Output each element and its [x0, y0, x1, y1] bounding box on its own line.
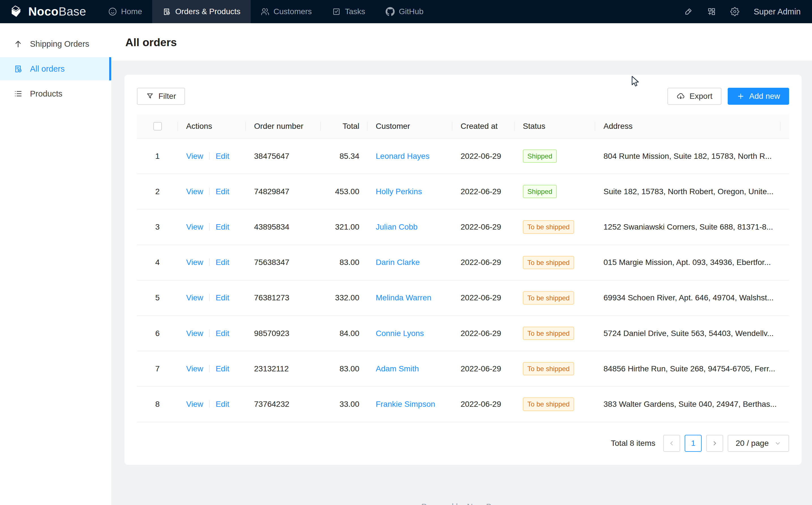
action-divider [209, 400, 210, 407]
sidebar-item-all-orders[interactable]: All orders [0, 57, 111, 80]
status-cell: To be shipped [515, 245, 595, 280]
actions-cell: ViewEdit [178, 174, 246, 209]
customer-link[interactable]: Connie Lyons [376, 329, 424, 338]
created-at-cell: 2022-06-29 [453, 209, 515, 244]
address-cell: 015 Margie Mission, Apt. 093, 34936, Ebe… [595, 245, 781, 280]
view-link[interactable]: View [186, 258, 203, 267]
status-badge: Shipped [523, 149, 557, 163]
ui-editor-highlighter-icon[interactable] [677, 7, 700, 16]
plugin-blocks-add-icon[interactable] [700, 7, 723, 16]
nav-item-customers[interactable]: Customers [251, 0, 322, 23]
edit-link[interactable]: Edit [216, 364, 229, 373]
edit-link[interactable]: Edit [216, 258, 229, 267]
status-cell: To be shipped [515, 316, 595, 351]
sidebar-item-shipping-orders[interactable]: Shipping Orders [0, 32, 111, 55]
funnel-icon [146, 92, 154, 100]
page-size-select[interactable]: 20 / page [728, 435, 789, 452]
filter-button[interactable]: Filter [137, 88, 185, 105]
status-badge: To be shipped [523, 220, 574, 233]
customer-link[interactable]: Leonard Hayes [376, 152, 430, 161]
edit-link[interactable]: Edit [216, 187, 229, 196]
action-divider [209, 223, 210, 230]
user-menu[interactable]: Super Admin [754, 7, 801, 16]
actions-cell: ViewEdit [178, 280, 246, 316]
total-cell: 85.34 [321, 138, 367, 174]
view-link[interactable]: View [186, 187, 203, 196]
edit-link[interactable]: Edit [216, 152, 229, 161]
customer-link[interactable]: Julian Cobb [376, 222, 418, 231]
nocobase-logo[interactable]: NocoBase [0, 0, 98, 23]
action-divider [209, 259, 210, 266]
action-divider [209, 152, 210, 160]
action-divider [209, 365, 210, 372]
page-header: All orders [111, 23, 812, 60]
customer-cell: Darin Clarke [367, 245, 453, 280]
edit-link[interactable]: Edit [216, 400, 229, 408]
view-link[interactable]: View [186, 400, 203, 408]
nav-item-label: GitHub [399, 7, 424, 16]
column-header-status: Status [515, 114, 595, 138]
pagination-prev-button[interactable] [663, 435, 680, 452]
nav-item-orders-products[interactable]: Orders & Products [152, 0, 250, 23]
row-index: 8 [137, 386, 178, 422]
arrow-up-icon [14, 39, 23, 48]
actions-cell: ViewEdit [178, 245, 246, 280]
sidebar-item-products[interactable]: Products [0, 82, 111, 105]
view-link[interactable]: View [186, 152, 203, 161]
nav-item-tasks[interactable]: Tasks [322, 0, 375, 23]
row-index: 4 [137, 245, 178, 280]
nav-item-github[interactable]: GitHub [375, 0, 434, 23]
action-divider [209, 294, 210, 301]
actions-cell: ViewEdit [178, 351, 246, 386]
status-cell: Shipped [515, 174, 595, 209]
customers-icon [261, 7, 269, 16]
actions-cell: ViewEdit [178, 138, 246, 174]
view-link[interactable]: View [186, 222, 203, 231]
nav-right: Super Admin [677, 0, 812, 23]
total-cell: 84.00 [321, 316, 367, 351]
status-badge: To be shipped [523, 362, 574, 375]
view-link[interactable]: View [186, 293, 203, 302]
spacer-cell [781, 138, 789, 174]
column-header-created-at: Created at [453, 114, 515, 138]
column-header-customer: Customer [367, 114, 453, 138]
spacer-cell [781, 245, 789, 280]
chevron-down-icon [774, 440, 781, 447]
order-number-cell: 23132112 [246, 351, 321, 386]
view-link[interactable]: View [186, 329, 203, 338]
customer-link[interactable]: Melinda Warren [376, 293, 432, 302]
add-new-button[interactable]: Add new [728, 88, 789, 105]
customer-link[interactable]: Darin Clarke [376, 258, 420, 267]
customer-link[interactable]: Frankie Simpson [376, 400, 435, 408]
edit-link[interactable]: Edit [216, 329, 229, 338]
created-at-cell: 2022-06-29 [453, 280, 515, 316]
order-number-cell: 38475647 [246, 138, 321, 174]
settings-gear-icon[interactable] [723, 7, 746, 16]
nav-item-home[interactable]: Home [98, 0, 153, 23]
table-row: 1ViewEdit3847564785.34Leonard Hayes2022-… [137, 138, 789, 174]
status-cell: To be shipped [515, 386, 595, 422]
edit-link[interactable]: Edit [216, 293, 229, 302]
customer-cell: Connie Lyons [367, 316, 453, 351]
view-link[interactable]: View [186, 364, 203, 373]
pagination-next-button[interactable] [706, 435, 723, 452]
created-at-cell: 2022-06-29 [453, 351, 515, 386]
export-button[interactable]: Export [667, 88, 722, 105]
pagination-page-1[interactable]: 1 [685, 435, 702, 452]
cube-logo-icon [11, 5, 24, 18]
select-all-checkbox[interactable] [153, 122, 162, 131]
customer-link[interactable]: Adam Smith [376, 364, 419, 373]
row-index: 3 [137, 209, 178, 244]
sidebar: Shipping Orders All orders Products [0, 23, 111, 505]
address-cell: 1252 Swaniawski Corners, Suite 688, 8137… [595, 209, 781, 244]
customer-link[interactable]: Holly Perkins [376, 187, 422, 196]
row-index: 1 [137, 138, 178, 174]
created-at-cell: 2022-06-29 [453, 174, 515, 209]
list-icon [14, 89, 23, 98]
orders-doc-icon [163, 7, 171, 16]
status-cell: Shipped [515, 138, 595, 174]
edit-link[interactable]: Edit [216, 222, 229, 231]
status-badge: To be shipped [523, 291, 574, 305]
total-cell: 33.00 [321, 386, 367, 422]
status-badge: To be shipped [523, 397, 574, 411]
